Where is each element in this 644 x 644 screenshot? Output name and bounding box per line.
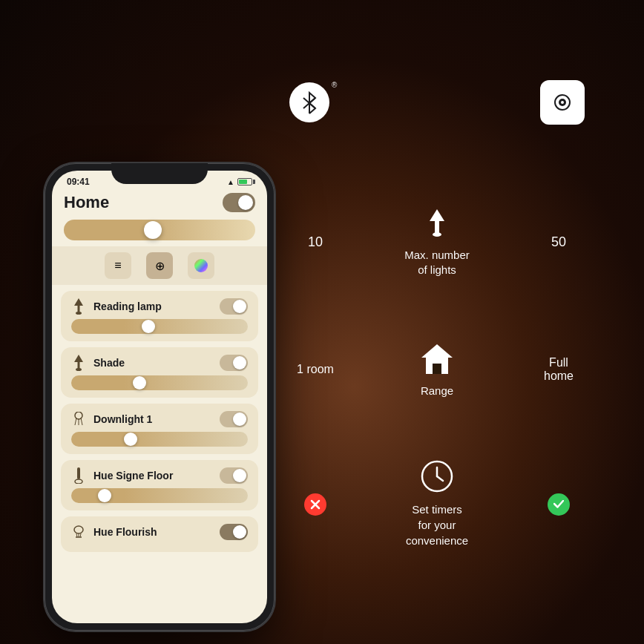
tab-list[interactable]: ≡ xyxy=(105,252,131,279)
light-toggle[interactable] xyxy=(220,467,248,484)
light-slider[interactable] xyxy=(71,432,248,447)
light-toggle[interactable] xyxy=(220,355,248,371)
timers-row: Set timersfor yourconvenience xyxy=(289,460,585,548)
svg-rect-16 xyxy=(435,221,439,233)
range-left: 1 room xyxy=(289,363,341,376)
signal-icon: ▲ xyxy=(227,178,234,186)
tab-scenes[interactable]: ⊕ xyxy=(146,252,173,279)
timers-center: Set timersfor yourconvenience xyxy=(406,460,468,548)
svg-point-2 xyxy=(76,312,82,315)
bluetooth-icon xyxy=(289,82,329,122)
signe-icon xyxy=(71,468,86,483)
timers-label: Set timersfor yourconvenience xyxy=(406,502,468,548)
clock-icon xyxy=(421,460,453,496)
max-lights-center: Max. numberof lights xyxy=(404,208,470,277)
light-name: Reading lamp xyxy=(93,300,162,312)
status-icons: ▲ xyxy=(227,178,252,186)
max-lights-left: 10 xyxy=(289,234,341,250)
list-item: Shade xyxy=(61,347,258,398)
phone-body: 09:41 ▲ Home xyxy=(45,163,275,631)
svg-point-17 xyxy=(433,232,441,237)
phone-notch xyxy=(111,163,208,184)
svg-point-15 xyxy=(561,101,564,104)
max-lights-row: 10 Max. numberof lights 50 xyxy=(289,208,585,277)
status-yes-icon xyxy=(548,493,570,516)
tab-color[interactable] xyxy=(188,252,214,279)
light-slider[interactable] xyxy=(71,375,248,390)
svg-point-8 xyxy=(74,526,83,533)
timers-left-icon xyxy=(289,493,341,516)
light-toggle[interactable] xyxy=(220,298,248,315)
range-center: Range xyxy=(418,341,456,397)
tab-bar: ≡ ⊕ xyxy=(52,246,267,285)
shade-icon xyxy=(71,355,86,370)
svg-point-4 xyxy=(76,368,82,371)
list-item: Downlight 1 xyxy=(61,404,258,454)
light-slider[interactable] xyxy=(71,319,248,334)
status-time: 09:41 xyxy=(67,177,90,187)
light-slider[interactable] xyxy=(71,488,248,503)
max-lights-label: Max. numberof lights xyxy=(404,248,470,277)
svg-point-7 xyxy=(75,479,82,484)
light-list: Reading lamp xyxy=(52,285,267,558)
light-name: Hue Signe Floor xyxy=(93,470,173,482)
top-icons-row: ® xyxy=(289,80,585,125)
phone-screen: 09:41 ▲ Home xyxy=(52,171,267,623)
range-label: Range xyxy=(421,384,453,397)
lamp-icon xyxy=(71,299,86,314)
registered-mark: ® xyxy=(332,81,337,89)
home-toggle[interactable] xyxy=(223,193,255,212)
phone: 09:41 ▲ Home xyxy=(45,163,275,631)
house-icon xyxy=(418,341,456,378)
status-no-icon xyxy=(304,493,326,516)
bridge-icon xyxy=(540,80,585,125)
max-lights-right: 50 xyxy=(533,234,585,250)
bluetooth-wrapper: ® xyxy=(289,82,337,122)
lamp-feature-icon xyxy=(427,208,447,240)
light-name: Downlight 1 xyxy=(93,413,152,425)
list-item: Hue Flourish xyxy=(61,516,258,552)
light-toggle[interactable] xyxy=(220,411,248,427)
list-item: Reading lamp xyxy=(61,291,258,341)
svg-point-0 xyxy=(194,259,208,272)
timers-right-icon xyxy=(533,493,585,516)
svg-line-23 xyxy=(437,476,443,481)
list-item: Hue Signe Floor xyxy=(61,460,258,510)
home-header: Home xyxy=(52,190,267,218)
range-row: 1 room Range Full home xyxy=(289,341,585,397)
light-toggle[interactable] xyxy=(220,524,248,540)
brightness-slider-container xyxy=(52,218,267,246)
brightness-slider[interactable] xyxy=(64,220,255,240)
brightness-knob[interactable] xyxy=(144,221,162,239)
battery-icon xyxy=(237,178,252,185)
range-right: Full home xyxy=(533,356,585,383)
svg-rect-18 xyxy=(433,364,441,374)
svg-rect-6 xyxy=(77,467,80,479)
light-name: Hue Flourish xyxy=(93,526,157,538)
light-name: Shade xyxy=(93,357,125,369)
flourish-icon xyxy=(71,525,86,539)
home-title: Home xyxy=(64,193,109,212)
downlight-icon xyxy=(71,412,86,427)
